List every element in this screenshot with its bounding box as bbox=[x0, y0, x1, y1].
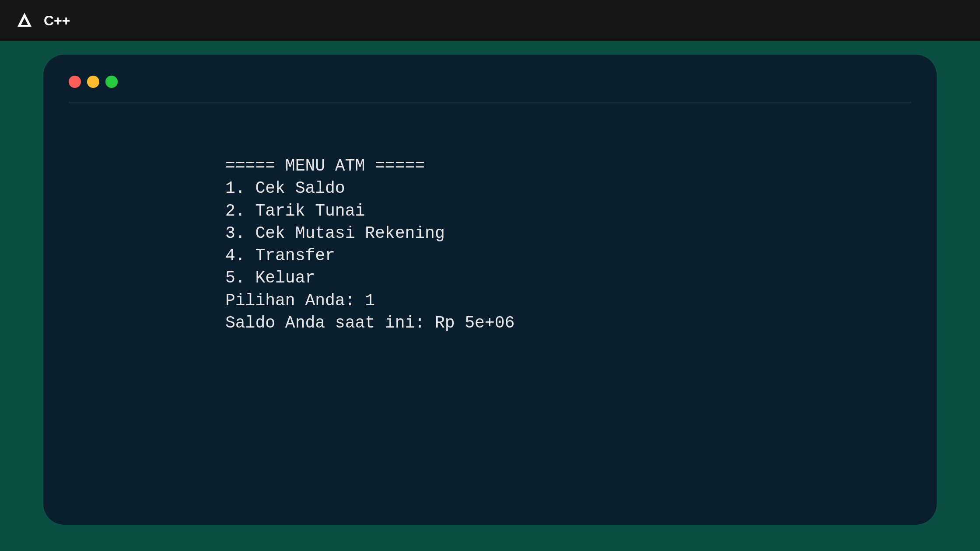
maximize-button[interactable] bbox=[105, 76, 118, 88]
header-bar: C++ bbox=[0, 0, 980, 41]
terminal-line: 1. Cek Saldo bbox=[225, 177, 911, 199]
terminal-line: Saldo Anda saat ini: Rp 5e+06 bbox=[225, 312, 911, 334]
close-button[interactable] bbox=[69, 76, 81, 88]
divider bbox=[69, 102, 911, 102]
svg-point-0 bbox=[23, 21, 26, 24]
traffic-lights bbox=[69, 76, 911, 88]
terminal-line: 4. Transfer bbox=[225, 244, 911, 267]
header-title: C++ bbox=[44, 13, 70, 29]
terminal-line: ===== MENU ATM ===== bbox=[225, 155, 911, 177]
logo-icon bbox=[14, 10, 35, 31]
minimize-button[interactable] bbox=[87, 76, 99, 88]
terminal-output: ===== MENU ATM =====1. Cek Saldo2. Tarik… bbox=[69, 155, 911, 334]
terminal-line: 5. Keluar bbox=[225, 267, 911, 289]
terminal-line: 2. Tarik Tunai bbox=[225, 200, 911, 222]
terminal-window: ===== MENU ATM =====1. Cek Saldo2. Tarik… bbox=[43, 55, 937, 525]
terminal-line: Pilihan Anda: 1 bbox=[225, 289, 911, 312]
terminal-line: 3. Cek Mutasi Rekening bbox=[225, 222, 911, 244]
